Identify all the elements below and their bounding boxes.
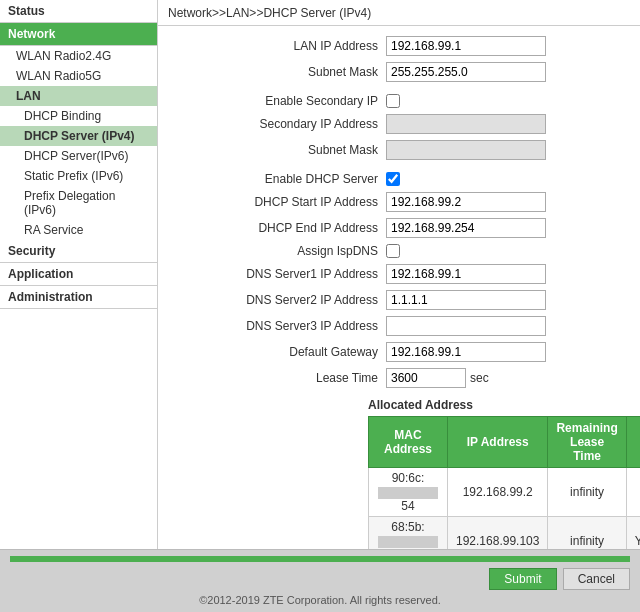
sidebar-item-ra-service[interactable]: RA Service	[0, 220, 157, 240]
subnet-mask-row: Subnet Mask	[178, 62, 640, 82]
sidebar-item-dhcp-ipv4[interactable]: DHCP Server (IPv4)	[0, 126, 157, 146]
dns3-input[interactable]	[386, 316, 546, 336]
enable-dhcp-label: Enable DHCP Server	[178, 172, 378, 186]
sidebar-item-dhcp-ipv6[interactable]: DHCP Server(IPv6)	[0, 146, 157, 166]
col-host: Host Name	[626, 417, 640, 468]
subnet-mask-input[interactable]	[386, 62, 546, 82]
cell-ip: 192.168.99.2	[448, 468, 548, 517]
cancel-button[interactable]: Cancel	[563, 568, 630, 590]
table-row: 90:6c: 54192.168.99.2infinityFG50ELAN2	[369, 468, 641, 517]
secondary-subnet-input[interactable]	[386, 140, 546, 160]
assign-isp-row: Assign IspDNS	[178, 244, 640, 258]
enable-secondary-ip-checkbox[interactable]	[386, 94, 400, 108]
secondary-subnet-row: Subnet Mask	[178, 140, 640, 160]
sidebar-item-lan[interactable]: LAN	[0, 86, 157, 106]
dns1-label: DNS Server1 IP Address	[178, 267, 378, 281]
sidebar-administration-header[interactable]: Administration	[0, 286, 157, 309]
dhcp-end-label: DHCP End IP Address	[178, 221, 378, 235]
allocated-table-wrapper: MAC Address IP Address Remaining Lease T…	[368, 416, 640, 549]
sidebar-item-wlan24[interactable]: WLAN Radio2.4G	[0, 46, 157, 66]
dns3-label: DNS Server3 IP Address	[178, 319, 378, 333]
lan-ip-label: LAN IP Address	[178, 39, 378, 53]
dhcp-end-row: DHCP End IP Address	[178, 218, 640, 238]
lease-time-input[interactable]	[386, 368, 466, 388]
cell-ip: 192.168.99.103	[448, 517, 548, 550]
dns1-input[interactable]	[386, 264, 546, 284]
default-gw-label: Default Gateway	[178, 345, 378, 359]
top-bar: Network>>LAN>>DHCP Server (IPv4) 日本語 Log…	[158, 0, 640, 26]
enable-dhcp-row: Enable DHCP Server	[178, 172, 640, 186]
secondary-subnet-label: Subnet Mask	[178, 143, 378, 157]
assign-isp-checkbox[interactable]	[386, 244, 400, 258]
col-lease: Remaining Lease Time	[548, 417, 626, 468]
secondary-ip-row: Secondary IP Address	[178, 114, 640, 134]
col-mac: MAC Address	[369, 417, 448, 468]
sidebar-application-header[interactable]: Application	[0, 263, 157, 286]
allocated-label: Allocated Address	[178, 398, 640, 412]
cell-host: Y2MBAir	[626, 517, 640, 550]
default-gw-row: Default Gateway	[178, 342, 640, 362]
enable-secondary-ip-label: Enable Secondary IP	[178, 94, 378, 108]
bottom-bar: Submit Cancel ©2012-2019 ZTE Corporation…	[0, 549, 640, 612]
submit-button[interactable]: Submit	[489, 568, 556, 590]
content-area: LAN IP Address Subnet Mask Enable Second…	[158, 26, 640, 549]
sidebar-item-dhcp-binding[interactable]: DHCP Binding	[0, 106, 157, 126]
enable-dhcp-checkbox[interactable]	[386, 172, 400, 186]
lan-ip-row: LAN IP Address	[178, 36, 640, 56]
cell-mac: 90:6c: 54	[369, 468, 448, 517]
lan-ip-input[interactable]	[386, 36, 546, 56]
sidebar: Status Network WLAN Radio2.4G WLAN Radio…	[0, 0, 158, 549]
allocated-section: Allocated Address MAC Address IP Address…	[178, 398, 640, 549]
secondary-ip-input[interactable]	[386, 114, 546, 134]
secondary-ip-label: Secondary IP Address	[178, 117, 378, 131]
breadcrumb: Network>>LAN>>DHCP Server (IPv4)	[168, 6, 371, 20]
dns1-row: DNS Server1 IP Address	[178, 264, 640, 284]
lease-time-unit: sec	[470, 371, 489, 385]
sidebar-item-wlan5g[interactable]: WLAN Radio5G	[0, 66, 157, 86]
table-row: 68:5b: ba192.168.99.103infinityY2MBAirLA…	[369, 517, 641, 550]
dhcp-start-input[interactable]	[386, 192, 546, 212]
cell-lease: infinity	[548, 468, 626, 517]
sidebar-security-header[interactable]: Security	[0, 240, 157, 263]
dhcp-end-input[interactable]	[386, 218, 546, 238]
sidebar-network-header[interactable]: Network	[0, 23, 157, 46]
sidebar-item-static-prefix[interactable]: Static Prefix (IPv6)	[0, 166, 157, 186]
enable-secondary-ip-row: Enable Secondary IP	[178, 94, 640, 108]
dns2-label: DNS Server2 IP Address	[178, 293, 378, 307]
default-gw-input[interactable]	[386, 342, 546, 362]
green-stripe	[10, 556, 630, 562]
sidebar-item-prefix-delegation[interactable]: Prefix Delegation (IPv6)	[0, 186, 157, 220]
assign-isp-label: Assign IspDNS	[178, 244, 378, 258]
sidebar-status-header[interactable]: Status	[0, 0, 157, 23]
dhcp-start-row: DHCP Start IP Address	[178, 192, 640, 212]
cell-host: FG50E	[626, 468, 640, 517]
lease-time-label: Lease Time	[178, 371, 378, 385]
cell-lease: infinity	[548, 517, 626, 550]
dhcp-start-label: DHCP Start IP Address	[178, 195, 378, 209]
allocated-table: MAC Address IP Address Remaining Lease T…	[368, 416, 640, 549]
col-ip: IP Address	[448, 417, 548, 468]
dns3-row: DNS Server3 IP Address	[178, 316, 640, 336]
dns2-input[interactable]	[386, 290, 546, 310]
cell-mac: 68:5b: ba	[369, 517, 448, 550]
lease-time-row: Lease Time sec	[178, 368, 640, 388]
subnet-mask-label: Subnet Mask	[178, 65, 378, 79]
footer-copyright: ©2012-2019 ZTE Corporation. All rights r…	[199, 594, 441, 606]
dns2-row: DNS Server2 IP Address	[178, 290, 640, 310]
